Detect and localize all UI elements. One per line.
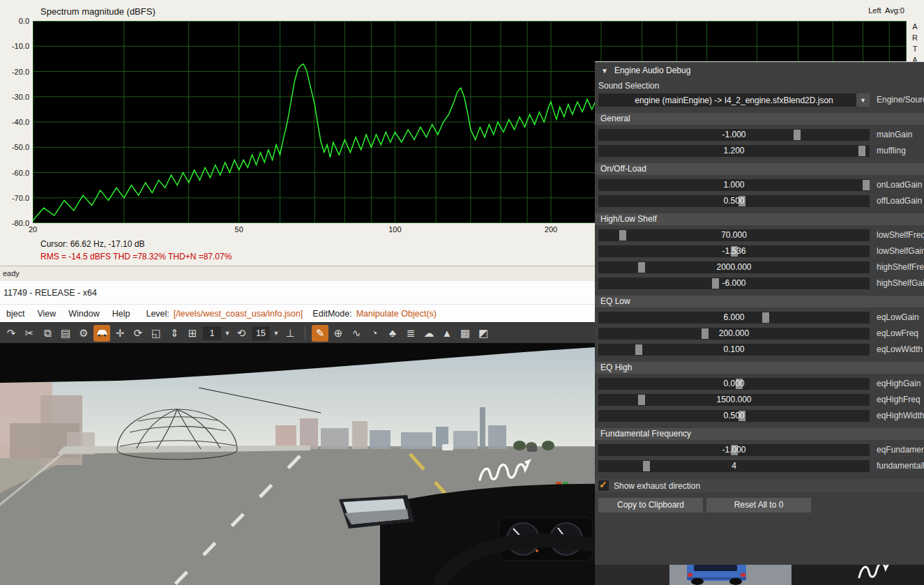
slider-eqFundamentalGain[interactable]: -1.000 bbox=[598, 444, 870, 456]
decal-tool-icon[interactable]: ▦ bbox=[457, 325, 474, 342]
mesh-tool-icon[interactable]: ◩ bbox=[475, 325, 492, 342]
y-axis-tick: -30.0 bbox=[0, 93, 29, 101]
menu-bject[interactable]: bject bbox=[0, 309, 31, 319]
collapse-arrow-icon[interactable]: ▼ bbox=[601, 67, 608, 75]
circle-tool-icon[interactable]: ◔ bbox=[366, 325, 383, 342]
cut-icon[interactable]: ✂ bbox=[21, 325, 38, 342]
cursor-readout: Cursor: 66.62 Hz, -17.10 dB bbox=[40, 239, 144, 249]
engine-audio-debug-panel: ▼ Engine Audio Debug Sound Selection eng… bbox=[595, 61, 924, 565]
slider-muffling[interactable]: 1.200 bbox=[598, 145, 870, 157]
slider-fundamentalFreq[interactable]: 4 bbox=[598, 460, 870, 472]
grid-size-field[interactable]: 1 bbox=[203, 326, 221, 340]
slider-label: offLoadGain bbox=[877, 195, 922, 207]
scale-tool-icon[interactable]: ◱ bbox=[148, 325, 165, 342]
sound-selection-combo[interactable]: engine (mainEngine) -> I4_2_engine.sfxBl… bbox=[598, 93, 870, 107]
show-exhaust-direction-checkbox[interactable]: ✓ bbox=[598, 480, 609, 491]
x-axis-tick: 200 bbox=[539, 225, 563, 234]
slider-value: 70.000 bbox=[598, 229, 870, 241]
forest-tool-icon[interactable]: ♣ bbox=[384, 325, 401, 342]
slider-offLoadGain[interactable]: 0.500 bbox=[598, 195, 870, 207]
vehicle-icon[interactable] bbox=[93, 325, 110, 342]
slider-eqLowWidth[interactable]: 0.100 bbox=[598, 344, 870, 356]
slider-value: 0.100 bbox=[598, 344, 870, 356]
measure-tool-icon[interactable]: ⇕ bbox=[166, 325, 183, 342]
redo-icon[interactable]: ↷ bbox=[3, 325, 20, 342]
slider-onLoadGain[interactable]: 1.000 bbox=[598, 179, 870, 191]
layers-icon[interactable]: ≣ bbox=[402, 325, 419, 342]
level-label: Level: bbox=[146, 309, 169, 319]
slider-row-mainGain: -1.000mainGain bbox=[598, 129, 924, 141]
y-axis-tick: -20.0 bbox=[0, 68, 29, 76]
terrain-snap-icon[interactable]: ⊥ bbox=[282, 325, 298, 342]
slider-row-highShelfGain: -6.000highShelfGain bbox=[598, 278, 924, 289]
slider-row-eqLowWidth: 0.100eqLowWidth bbox=[598, 344, 924, 356]
slider-row-fundamentalFreq: 4fundamentalFreq bbox=[598, 460, 924, 472]
menu-view[interactable]: View bbox=[31, 309, 62, 319]
slider-value: 1.200 bbox=[598, 145, 870, 157]
slider-row-offLoadGain: 0.500offLoadGain bbox=[598, 195, 924, 207]
slider-eqLowGain[interactable]: 6.000 bbox=[598, 312, 870, 324]
slider-value: -1.000 bbox=[598, 129, 870, 141]
menu-help[interactable]: Help bbox=[106, 309, 137, 319]
slider-label: eqLowFreq bbox=[877, 328, 918, 340]
slider-eqHighGain[interactable]: 0.000 bbox=[598, 378, 870, 390]
grid-size-dropdown[interactable]: ▼ bbox=[223, 330, 232, 337]
menu-window[interactable]: Window bbox=[62, 309, 105, 319]
rms-thd-readout: RMS = -14.5 dBFS THD =78.32% THD+N =87.0… bbox=[40, 252, 232, 261]
y-axis-tick: -10.0 bbox=[0, 42, 29, 50]
section-header-general[interactable]: General bbox=[595, 113, 924, 125]
road-tool-icon[interactable]: ∿ bbox=[348, 325, 365, 342]
x-axis-tick: 100 bbox=[383, 225, 407, 234]
level-path[interactable]: [/levels/west_coast_usa/info.json] bbox=[174, 309, 303, 319]
slider-label: eqHighGain bbox=[877, 378, 921, 390]
slider-value: 4 bbox=[598, 460, 870, 472]
section-header-eq-high[interactable]: EQ High bbox=[595, 362, 924, 374]
slider-mainGain[interactable]: -1.000 bbox=[598, 129, 870, 141]
slider-eqHighWidth[interactable]: 0.500 bbox=[598, 410, 870, 422]
slider-lowShelfFreq[interactable]: 70.000 bbox=[598, 229, 870, 241]
add-object-icon[interactable]: ⊕ bbox=[330, 325, 347, 342]
slider-row-eqLowGain: 6.000eqLowGain bbox=[598, 312, 924, 324]
angle-snap-dropdown[interactable]: ▼ bbox=[272, 330, 280, 337]
x-axis-tick: 50 bbox=[227, 225, 251, 234]
slider-value: 0.500 bbox=[598, 195, 870, 207]
side-toolbar-letter: A bbox=[910, 22, 920, 31]
slider-label: eqHighFreq bbox=[877, 394, 921, 406]
side-toolbar-letter: R bbox=[910, 33, 920, 42]
slider-eqLowFreq[interactable]: 200.000 bbox=[598, 328, 870, 340]
section-header-high-low-shelf[interactable]: High/Low Shelf bbox=[595, 213, 924, 225]
show-exhaust-direction-row: ✓ Show exhaust direction bbox=[595, 479, 924, 492]
settings-gear-icon[interactable]: ⚙ bbox=[75, 325, 92, 342]
slider-highShelfGain[interactable]: -6.000 bbox=[598, 278, 870, 289]
slider-row-eqLowFreq: 200.000eqLowFreq bbox=[598, 328, 924, 340]
slider-highShelfFreq[interactable]: 2000.000 bbox=[598, 261, 870, 273]
x-axis-tick: 20 bbox=[21, 225, 45, 234]
combo-dropdown-icon[interactable]: ▼ bbox=[856, 93, 870, 107]
panel-header[interactable]: ▼ Engine Audio Debug bbox=[595, 62, 924, 79]
slider-lowShelfGain[interactable]: -1.536 bbox=[598, 245, 870, 257]
slider-value: 0.000 bbox=[598, 378, 870, 390]
button-copy-to-clipboard[interactable]: Copy to Clipboard bbox=[598, 498, 703, 512]
slider-row-eqHighGain: 0.000eqHighGain bbox=[598, 378, 924, 390]
translate-tool-icon[interactable]: ✛ bbox=[112, 325, 128, 342]
rotate-tool-icon[interactable]: ⟳ bbox=[130, 325, 146, 342]
panel-title: Engine Audio Debug bbox=[614, 66, 690, 75]
button-reset-all-to-0[interactable]: Reset All to 0 bbox=[706, 498, 811, 512]
snap-grid-icon[interactable]: ⊞ bbox=[184, 325, 201, 342]
section-header-on-off-load[interactable]: On/Off-Load bbox=[595, 163, 924, 175]
angle-snap-field[interactable]: 15 bbox=[252, 326, 270, 340]
slider-value: 2000.000 bbox=[598, 261, 870, 273]
copy-icon[interactable]: ⧉ bbox=[39, 325, 56, 342]
particles-icon[interactable]: ☁ bbox=[421, 325, 437, 342]
brush-tool-icon[interactable]: ✎ bbox=[312, 325, 328, 342]
y-axis-tick: -50.0 bbox=[0, 143, 29, 151]
terrain-tool-icon[interactable]: ▲ bbox=[439, 325, 455, 342]
editmode-value[interactable]: Manipulate Object(s) bbox=[356, 309, 437, 319]
section-header-fundamental-frequency[interactable]: Fundamental Frequency bbox=[595, 428, 924, 440]
slider-label: eqLowWidth bbox=[877, 344, 923, 356]
slider-value: 200.000 bbox=[598, 328, 870, 340]
section-header-eq-low[interactable]: EQ Low bbox=[595, 296, 924, 307]
paste-icon[interactable]: ▤ bbox=[57, 325, 74, 342]
rotate-snap-icon[interactable]: ⟲ bbox=[233, 325, 250, 342]
slider-eqHighFreq[interactable]: 1500.000 bbox=[598, 394, 870, 406]
